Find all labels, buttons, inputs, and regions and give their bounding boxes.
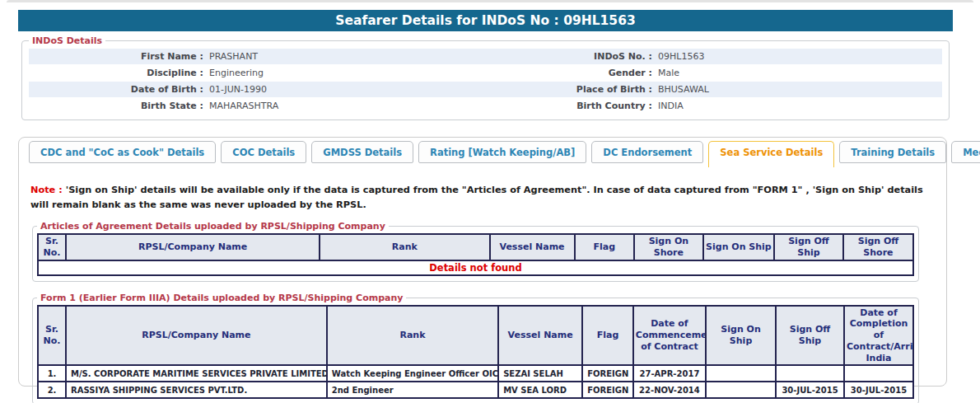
table-cell-rank: Watch Keeping Engineer Officer OICEW [327,365,498,382]
field-value: Engineering [203,65,496,81]
form1-table: Sr. No. RPSL/Company Name Rank Vessel Na… [37,305,914,400]
top-divider [7,0,973,2]
tab-coc-details[interactable]: COC Details [221,141,306,163]
tab-cdc-and-coc-as-cook-details[interactable]: CDC and "CoC as Cook" Details [29,141,216,163]
table-cell-sign-off-ship [776,365,844,382]
column-header: Flag [582,306,633,366]
tab-rating-watch-keeping-ab[interactable]: Rating [Watch Keeping/AB] [418,141,586,163]
table-header-row: Sr. No. RPSL/Company Name Rank Vessel Na… [38,306,913,366]
column-header: Date of Commencement of Contract [633,306,706,366]
table-cell-vessel: SEZAI SELAH [498,365,582,382]
column-header: RPSL/Company Name [66,234,320,260]
field-label: Birth Country : [496,98,652,114]
note-prefix: Note : [30,185,63,195]
field-label: First Name : [29,49,203,64]
tab-gmdss-details[interactable]: GMDSS Details [311,141,413,163]
column-header: Sign On Ship [703,234,774,260]
table-header-row: Sr. No. RPSL/Company Name Rank Vessel Na… [38,234,913,260]
column-header: Sr. No. [38,234,66,260]
column-header: Vessel Name [498,306,582,366]
field-value: Male [652,65,942,81]
field-value: 01-JUN-1990 [203,82,496,97]
table-cell-sign-off-ship: 30-JUL-2015 [776,382,844,398]
tab-panel: CDC and "CoC as Cook" Details COC Detail… [18,137,947,387]
column-header: RPSL/Company Name [66,306,327,366]
field-label: Date of Birth : [29,82,203,97]
page: Seafarer Details for INDoS No : 09HL1563… [0,0,980,387]
table-cell-flag: FOREIGN [582,382,633,398]
field-label: Gender : [496,65,652,81]
field-label: Place of Birth : [496,82,652,97]
column-header: Sign On Ship [706,306,776,366]
column-header: Date of Completion of Contract/Arriving … [844,306,913,366]
table-cell-commencement-date: 27-APR-2017 [633,365,706,382]
column-header: Sign Off Shore [843,234,913,260]
articles-of-agreement-table: Sr. No. RPSL/Company Name Rank Vessel Na… [37,233,914,276]
table-cell-sign-on-ship [706,365,776,382]
table-cell-company: M/S. CORPORATE MARITIME SERVICES PRIVATE… [66,365,327,382]
note: Note : 'Sign on Ship' details will be av… [30,183,933,212]
field-value: INDIA [652,98,942,114]
column-header: Sign Off Ship [776,306,844,366]
detail-row-first-name: First Name : PRASHANT INDoS No. : 09HL15… [29,49,942,64]
detail-row-birth-state: Birth State : MAHARASHTRA Birth Country … [29,98,942,114]
table-cell-sr-no: 2. [38,382,66,398]
field-label: INDoS No. : [496,49,652,64]
field-value: BHUSAWAL [652,82,942,97]
column-header: Vessel Name [490,234,575,260]
column-header: Sign On Shore [634,234,703,260]
tab-sea-service-details[interactable]: Sea Service Details [708,141,834,167]
tab-medical-fitness-certificate[interactable]: Medical Fitness Certificate [951,141,980,163]
column-header: Sr. No. [38,306,66,366]
indos-details-legend: INDoS Details [29,35,105,46]
field-label: Birth State : [29,98,203,114]
articles-of-agreement-legend: Articles of Agreement Details uploaded b… [37,221,389,232]
page-title: Seafarer Details for INDoS No : 09HL1563 [18,10,953,31]
articles-of-agreement-panel: Articles of Agreement Details uploaded b… [32,221,919,282]
form1-panel: Form 1 (Earlier Form IIIA) Details uploa… [32,293,919,403]
table-cell-sign-on-ship [706,382,776,398]
empty-row: Details not found [38,260,913,275]
detail-row-date-of-birth: Date of Birth : 01-JUN-1990 Place of Bir… [29,82,942,97]
tab-dc-endorsement[interactable]: DC Endorsement [591,141,703,163]
table-cell-completion-date: 30-JUL-2015 [844,382,913,398]
table-cell-commencement-date: 22-NOV-2014 [633,382,706,398]
table-cell-vessel: MV SEA LORD [498,382,582,398]
field-label: Discipline : [29,65,203,81]
note-text: 'Sign on Ship' details will be available… [30,185,923,210]
field-value: MAHARASHTRA [203,98,496,114]
table-cell-completion-date [844,365,913,382]
table-cell-company: RASSIYA SHIPPING SERVICES PVT.LTD. [66,382,327,398]
column-header: Rank [327,306,498,366]
table-cell-rank: 2nd Engineer [327,382,498,398]
indos-details-panel: INDoS Details First Name : PRASHANT INDo… [21,35,950,120]
table-cell-sr-no: 1. [38,365,66,382]
table-row: 1. M/S. CORPORATE MARITIME SERVICES PRIV… [38,365,913,382]
field-value: 09HL1563 [652,49,942,64]
tab-bar: CDC and "CoC as Cook" Details COC Detail… [19,138,946,166]
details-not-found-message: Details not found [38,260,913,275]
form1-legend: Form 1 (Earlier Form IIIA) Details uploa… [37,293,406,303]
table-cell-flag: FOREIGN [582,365,633,382]
column-header: Sign Off Ship [774,234,843,260]
detail-row-discipline: Discipline : Engineering Gender : Male [29,65,942,81]
column-header: Flag [575,234,634,260]
column-header: Rank [320,234,489,260]
tab-training-details[interactable]: Training Details [839,141,946,163]
field-value: PRASHANT [203,49,496,64]
table-row: 2. RASSIYA SHIPPING SERVICES PVT.LTD. 2n… [38,382,913,398]
